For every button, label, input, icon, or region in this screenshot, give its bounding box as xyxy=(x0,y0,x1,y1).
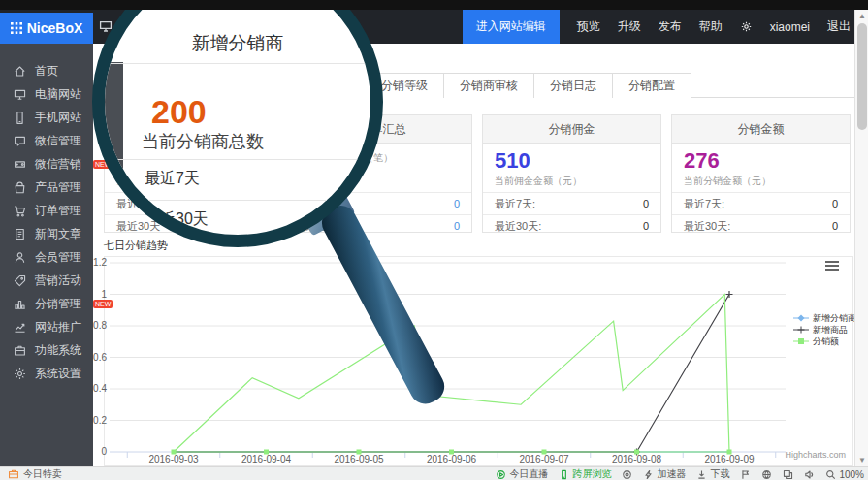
sidebar-item-1[interactable]: 首页 xyxy=(0,59,93,82)
menu-publish[interactable]: 发布 xyxy=(659,18,682,35)
status-item-label: 今日直播 xyxy=(509,467,548,480)
sidebar-item-7[interactable]: 订单管理 xyxy=(0,199,93,222)
status-item-flag[interactable] xyxy=(740,469,751,480)
svg-text:0.6: 0.6 xyxy=(93,352,107,363)
sidebar-item-label: 微信营销 xyxy=(35,156,81,173)
status-item-zoom[interactable]: 100% xyxy=(825,469,864,480)
status-item-download[interactable]: 下载 xyxy=(696,467,729,480)
gamepad-icon xyxy=(13,157,27,172)
status-item-label: 跨屏浏览 xyxy=(572,467,611,480)
sidebar-item-14[interactable]: 系统设置 xyxy=(0,362,93,385)
svg-text:1.2: 1.2 xyxy=(93,257,107,268)
sidebar-item-13[interactable]: 功能系统 xyxy=(0,338,93,362)
settings-gear-icon[interactable] xyxy=(740,20,753,33)
user-name[interactable]: xiaomei xyxy=(770,20,810,34)
sidebar-item-label: 会员管理 xyxy=(35,249,81,266)
row-label: 最近7天: xyxy=(684,197,724,211)
sidebar-item-label: 电脑网站 xyxy=(35,86,81,103)
new-badge: NEW xyxy=(93,300,113,308)
sidebar-item-4[interactable]: 微信管理 xyxy=(0,129,93,152)
sidebar-item-10[interactable]: 营销活动 xyxy=(0,269,93,292)
sidebar-item-6[interactable]: 产品管理 xyxy=(0,176,93,199)
tab-5[interactable]: 分销配置 xyxy=(612,73,691,98)
lens-divider xyxy=(105,159,370,160)
legend-label: 分销额 xyxy=(813,336,839,348)
phone-icon xyxy=(13,111,27,125)
row-value: 0 xyxy=(643,220,649,232)
status-item-label: 100% xyxy=(839,469,864,480)
row-value[interactable]: 0 xyxy=(454,220,460,232)
sidebar-item-2[interactable]: 电脑网站 xyxy=(0,82,93,106)
card-title: 分销佣金 xyxy=(483,115,660,144)
card-value-label: 当前佣金金额（元） xyxy=(495,175,649,188)
legend-item-2[interactable]: 新增商品 xyxy=(793,324,856,336)
chart-menu-icon[interactable] xyxy=(825,261,839,271)
fan-icon xyxy=(622,469,632,480)
vertical-scrollbar[interactable]: ▲ ▼ xyxy=(854,10,868,466)
svg-text:1: 1 xyxy=(101,289,107,300)
scroll-up-arrow[interactable]: ▲ xyxy=(855,10,868,22)
row-value[interactable]: 0 xyxy=(454,198,460,209)
today-sale-item[interactable]: 今日特卖 xyxy=(8,467,62,480)
svg-text:0.4: 0.4 xyxy=(93,383,107,394)
sidebar-item-label: 订单管理 xyxy=(35,203,81,219)
status-bar: 今日特卖 今日直播跨屏浏览加速器下载100% xyxy=(0,466,868,480)
sidebar-item-label: 系统设置 xyxy=(35,366,81,382)
lens-card-title: 新增分销商 xyxy=(105,31,370,56)
svg-text:2016-09-07: 2016-09-07 xyxy=(519,454,569,464)
sidebar-item-12[interactable]: 网站推广 xyxy=(0,315,93,338)
lens-card-value: 200 xyxy=(151,93,207,131)
sidebar-item-11[interactable]: 分销管理NEW xyxy=(0,292,93,315)
status-item-fan[interactable] xyxy=(622,469,632,480)
svg-text:0.8: 0.8 xyxy=(93,320,107,331)
card-value-label: 当前分销金额（元） xyxy=(684,175,838,188)
scroll-down-arrow[interactable]: ▼ xyxy=(855,454,868,466)
svg-text:2016-09-06: 2016-09-06 xyxy=(427,454,477,464)
svg-text:0.2: 0.2 xyxy=(93,415,107,426)
row-value: 0 xyxy=(832,220,838,232)
member-icon xyxy=(13,250,27,265)
card-value: 276 xyxy=(684,149,838,173)
sidebar-item-9[interactable]: 会员管理 xyxy=(0,245,93,269)
logo-text: NiceBoX xyxy=(27,20,83,36)
sidebar-item-label: 首页 xyxy=(35,63,58,80)
status-item-sound[interactable] xyxy=(804,469,815,480)
sidebar-item-5[interactable]: 微信营销NEW xyxy=(0,152,93,176)
row-label: 最近30天: xyxy=(684,219,730,234)
card-value-block: 276当前分销金额（元） xyxy=(672,144,850,192)
legend-item-3[interactable]: 分销额 xyxy=(793,336,856,347)
status-item-rocket[interactable]: 加速器 xyxy=(643,467,686,480)
status-item-browser[interactable] xyxy=(761,469,772,480)
monitor-icon xyxy=(13,87,27,102)
sidebar-item-8[interactable]: 新闻文章 xyxy=(0,222,93,245)
status-item-play[interactable]: 今日直播 xyxy=(496,467,548,480)
tab-3[interactable]: 分销商审核 xyxy=(443,73,534,98)
enter-site-editor-button[interactable]: 进入网站编辑 xyxy=(463,10,560,44)
menu-upgrade[interactable]: 升级 xyxy=(618,18,641,35)
scrollbar-thumb[interactable] xyxy=(857,23,867,130)
svg-text:2016-09-04: 2016-09-04 xyxy=(241,454,292,464)
document-icon xyxy=(13,227,27,241)
sidebar-item-label: 产品管理 xyxy=(35,179,81,196)
highcharts-credit[interactable]: Highcharts.com xyxy=(679,450,846,460)
logout-link[interactable]: 退出 xyxy=(827,18,851,35)
menu-help[interactable]: 帮助 xyxy=(699,18,723,35)
status-item-mobile[interactable]: 跨屏浏览 xyxy=(559,467,611,480)
svg-text:2016-09-03: 2016-09-03 xyxy=(148,454,199,464)
status-item-windows[interactable] xyxy=(783,469,793,480)
sidebar-item-3[interactable]: 手机网站 xyxy=(0,106,93,129)
row-value: 0 xyxy=(832,198,838,209)
status-item-label: 下载 xyxy=(710,467,729,480)
rocket-icon xyxy=(643,469,654,480)
window-top-strip xyxy=(0,0,868,10)
flag-icon xyxy=(740,469,751,480)
bag-icon xyxy=(13,180,27,195)
tab-4[interactable]: 分销日志 xyxy=(533,73,613,98)
browser-icon xyxy=(761,469,772,480)
status-item-label: 加速器 xyxy=(657,467,686,480)
trend-icon xyxy=(13,320,27,335)
app-logo[interactable]: NiceBoX xyxy=(0,13,93,44)
mobile-icon xyxy=(559,469,569,480)
legend-item-1[interactable]: 新增分销商 xyxy=(793,312,856,324)
menu-preview[interactable]: 预览 xyxy=(577,18,600,35)
